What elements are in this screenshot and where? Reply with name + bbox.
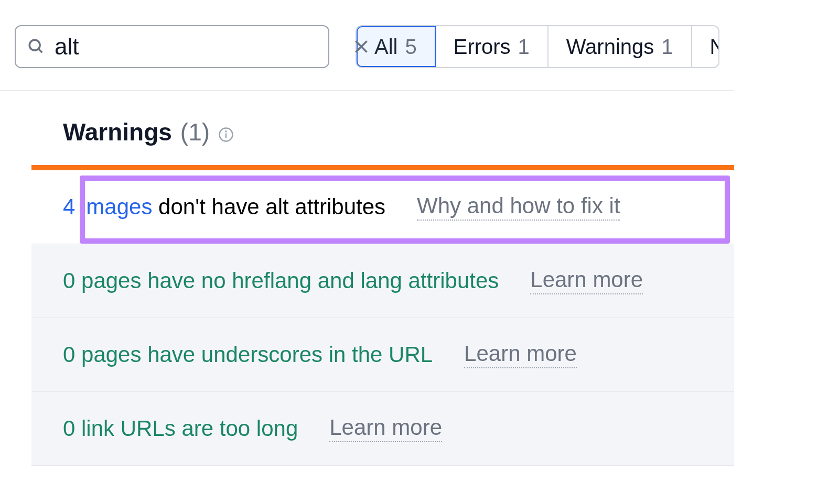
issue-row-wrap: 4 images don't have alt attributes Why a… [31, 170, 734, 244]
search-input[interactable] [55, 34, 342, 60]
svg-point-0 [29, 40, 40, 50]
issue-text: 0 pages have no hreflang and lang attrib… [63, 268, 499, 293]
filter-tab-count: 1 [518, 35, 530, 59]
issue-rest: don't have alt attributes [152, 194, 385, 219]
filter-tab-notices[interactable]: Notices 3 [692, 26, 719, 67]
filter-tab-label: Notices [710, 35, 719, 59]
toolbar: All 5 Errors 1 Warnings 1 Notices 3 [0, 0, 734, 91]
filter-tab-label: Warnings [566, 35, 654, 59]
issue-zero-text: 0 pages have no hreflang and lang attrib… [63, 268, 499, 293]
filter-tab-label: All [374, 35, 397, 59]
svg-point-6 [225, 131, 226, 132]
clear-icon[interactable] [352, 37, 371, 56]
issue-row[interactable]: 0 link URLs are too long Learn more [31, 392, 734, 466]
filter-tab-count: 1 [661, 35, 673, 59]
search-field[interactable] [15, 25, 329, 68]
issue-text: 4 images don't have alt attributes [63, 194, 385, 220]
issue-action-link[interactable]: Learn more [464, 341, 577, 368]
search-wrap [15, 25, 329, 68]
issue-row[interactable]: 4 images don't have alt attributes Why a… [31, 170, 734, 244]
issue-row[interactable]: 0 pages have underscores in the URL Lear… [31, 318, 734, 392]
issue-action-link[interactable]: Learn more [329, 415, 442, 442]
svg-line-1 [38, 49, 42, 52]
issue-row[interactable]: 0 pages have no hreflang and lang attrib… [31, 244, 734, 318]
issue-text: 0 link URLs are too long [63, 416, 298, 441]
issue-zero-text: 0 link URLs are too long [63, 416, 298, 441]
issue-link[interactable]: 4 images [63, 194, 152, 219]
filter-tab-label: Errors [454, 35, 511, 59]
issue-zero-text: 0 pages have underscores in the URL [63, 342, 433, 367]
section-header: Warnings (1) [31, 91, 734, 165]
section-accent-bar [31, 165, 734, 170]
search-icon [27, 38, 45, 56]
filter-tab-count: 5 [405, 35, 416, 59]
info-icon[interactable] [218, 127, 234, 143]
filter-tab-errors[interactable]: Errors 1 [436, 26, 548, 67]
filter-tabs: All 5 Errors 1 Warnings 1 Notices 3 [356, 25, 719, 68]
filter-tab-warnings[interactable]: Warnings 1 [548, 26, 692, 67]
issue-action-link[interactable]: Learn more [530, 267, 643, 294]
section-count: (1) [180, 118, 210, 146]
issue-text: 0 pages have underscores in the URL [63, 342, 433, 367]
section-title: Warnings [63, 118, 172, 146]
issues-panel: Warnings (1) 4 images don't have alt att… [0, 91, 734, 466]
issue-action-link[interactable]: Why and how to fix it [417, 193, 620, 221]
